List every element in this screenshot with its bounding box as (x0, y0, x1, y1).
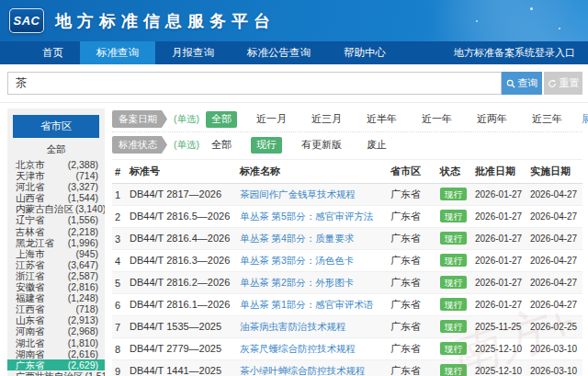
standard-name-link[interactable]: 茶小绿叶蝉综合防控技术规程 (240, 365, 366, 376)
standard-code: DB44/T 2816.2—2026 (127, 272, 237, 294)
main-panel: 备案日期(单选)全部近一月近三月近半年近一年近两年近三年展开标准状态(单选)全部… (112, 108, 582, 376)
region-count: (2,388) (68, 159, 98, 170)
sidebar-region-item[interactable]: 吉林省(2,218) (7, 226, 105, 237)
sidebar-region-item[interactable]: 北京市(2,388) (7, 159, 105, 170)
sac-logo: SAC (9, 8, 44, 33)
standard-name-cell: 油茶病虫害防治技术规程 (237, 316, 388, 338)
sidebar-item-all[interactable]: 全部 (7, 142, 105, 159)
sidebar-region-item[interactable]: 江苏省(3,647) (7, 259, 105, 270)
approve-date: 2026-01-27 (472, 206, 527, 228)
region-count: (2,816) (68, 281, 98, 292)
filter-option[interactable]: 近两年 (471, 111, 513, 128)
table-header-row: #标准号标准名称省市区状态批准日期实施日期 (112, 160, 582, 184)
site-title: 地方标准信息服务平台 (55, 10, 276, 32)
column-header: 标准号 (127, 160, 237, 184)
standard-name-link[interactable]: 灰茶尺蠖综合防控技术规程 (240, 343, 356, 354)
filter-option[interactable]: 近三月 (306, 111, 347, 128)
sidebar-region-item[interactable]: 天津市(714) (7, 170, 105, 181)
sidebar-region-item[interactable]: 安徽省(2,816) (7, 281, 105, 292)
region-cell: 广东省 (388, 294, 437, 316)
table-row: 5DB44/T 2816.2—2026单丛茶 第2部分：外形图卡广东省现行202… (112, 272, 582, 294)
region-name: 内蒙古自治区 (16, 203, 74, 214)
region-name: 安徽省 (16, 281, 45, 292)
standard-name-link[interactable]: 单丛茶 第4部分：质量要求 (240, 233, 354, 244)
nav-item-4[interactable]: 标准公告查询 (231, 41, 327, 64)
sparkle-dot (559, 28, 560, 29)
nav-item-3[interactable]: 月报查询 (155, 41, 231, 64)
region-name: 湖北省 (16, 337, 45, 348)
table-row: 2DB44/T 2816.5—2026单丛茶 第5部分：感官审评方法广东省现行2… (112, 206, 582, 228)
filter-option[interactable]: 近一月 (251, 111, 292, 128)
sidebar-region-item[interactable]: 湖北省(1,810) (7, 337, 105, 348)
sidebar-region-item[interactable]: 河北省(3,327) (7, 181, 105, 192)
search-input[interactable] (7, 72, 502, 95)
sidebar-region-item[interactable]: 湖南省(2,616) (7, 348, 105, 359)
row-number: 8 (112, 338, 127, 360)
region-name: 福建省 (16, 292, 45, 303)
table-row: 3DB44/T 2816.4—2026单丛茶 第4部分：质量要求广东省现行202… (112, 228, 582, 250)
region-count: (3,140) (75, 203, 105, 214)
approve-date: 2026-01-27 (472, 294, 527, 316)
region-name: 北京市 (16, 159, 45, 170)
reset-button[interactable]: 重置 (544, 72, 582, 95)
filter-option[interactable]: 现行 (251, 137, 282, 154)
reset-icon (548, 79, 557, 88)
sidebar-region-item[interactable]: 山西省(1,544) (7, 192, 105, 203)
approve-date: 2026-01-27 (472, 184, 527, 206)
sidebar-region-item[interactable]: 广西壮族自治区(1,511) (7, 370, 105, 376)
table-row: 4DB44/T 2816.3—2026单丛茶 第3部分：汤色色卡广东省现行202… (112, 250, 582, 272)
sidebar-region-item[interactable]: 浙江省(2,587) (7, 270, 105, 281)
status-cell: 现行 (437, 184, 472, 206)
sidebar-region-item[interactable]: 广东省(2,629) (7, 359, 105, 370)
sidebar-region-item[interactable]: 山东省(2,913) (7, 314, 105, 325)
filter-option[interactable]: 有更新版 (296, 137, 347, 154)
impl-date: 2026-04-27 (527, 184, 582, 206)
search-bar: 查询 重置 (0, 64, 588, 103)
standard-name-link[interactable]: 单丛茶 第2部分：外形图卡 (240, 277, 354, 288)
status-cell: 现行 (437, 206, 472, 228)
region-name: 湖南省 (16, 348, 45, 359)
region-name: 山西省 (16, 192, 45, 203)
region-count: (718) (75, 303, 98, 314)
filter-option[interactable]: 近三年 (526, 111, 568, 128)
region-cell: 广东省 (388, 184, 437, 206)
sidebar-title-province[interactable]: 省市区 (13, 115, 99, 138)
sidebar-region-item[interactable]: 福建省(1,248) (7, 292, 105, 303)
filter-option[interactable]: 全部 (206, 137, 237, 154)
standard-name-cell: 茶园间作广金钱草技术规程 (237, 184, 388, 206)
filter-option[interactable]: 废止 (361, 137, 392, 154)
expand-link[interactable]: 展开 (582, 112, 588, 126)
nav-item-5[interactable]: 帮助中心 (327, 41, 402, 64)
column-header: 实施日期 (527, 160, 582, 184)
nav-item-1[interactable]: 首页 (26, 41, 80, 64)
sidebar-region-item[interactable]: 江西省(718) (7, 303, 105, 314)
sidebar-region-item[interactable]: 内蒙古自治区(3,140) (7, 203, 105, 214)
impl-date: 2026-04-27 (527, 250, 582, 272)
standard-name-link[interactable]: 单丛茶 第1部分：感官审评术语 (240, 299, 373, 310)
sidebar-region-item[interactable]: 黑龙江省(1,996) (7, 237, 105, 248)
standard-name-link[interactable]: 单丛茶 第5部分：感官审评方法 (240, 211, 373, 222)
filter-row: 备案日期(单选)全部近一月近三月近半年近一年近两年近三年展开 (112, 108, 582, 132)
sidebar-region-item[interactable]: 上海市(945) (7, 248, 105, 259)
nav-item-2[interactable]: 标准查询 (80, 41, 155, 64)
standard-name-link[interactable]: 油茶病虫害防治技术规程 (240, 321, 346, 332)
table-row: 1DB44/T 2817—2026茶园间作广金钱草技术规程广东省现行2026-0… (112, 184, 582, 206)
standard-name-link[interactable]: 单丛茶 第3部分：汤色色卡 (240, 255, 354, 266)
filter-option[interactable]: 近半年 (361, 111, 402, 128)
column-header: 标准名称 (237, 160, 388, 184)
filing-system-login-link[interactable]: 地方标准备案系统登录入口 (454, 41, 588, 64)
filter-option[interactable]: 近一年 (416, 111, 458, 128)
filter-mode-hint: (单选) (174, 139, 199, 152)
query-button[interactable]: 查询 (502, 72, 542, 95)
status-badge: 现行 (440, 320, 467, 333)
region-name: 广东省 (16, 359, 45, 370)
sidebar-region-item[interactable]: 河南省(2,968) (7, 325, 105, 336)
filter-option[interactable]: 全部 (206, 111, 237, 128)
sidebar-region-item[interactable]: 辽宁省(1,556) (7, 214, 105, 225)
region-count: (1,544) (68, 192, 98, 203)
region-name: 河南省 (16, 325, 45, 336)
status-cell: 现行 (437, 250, 472, 272)
region-name: 江苏省 (16, 259, 45, 270)
region-count: (945) (75, 248, 98, 259)
standard-name-link[interactable]: 茶园间作广金钱草技术规程 (240, 188, 356, 199)
